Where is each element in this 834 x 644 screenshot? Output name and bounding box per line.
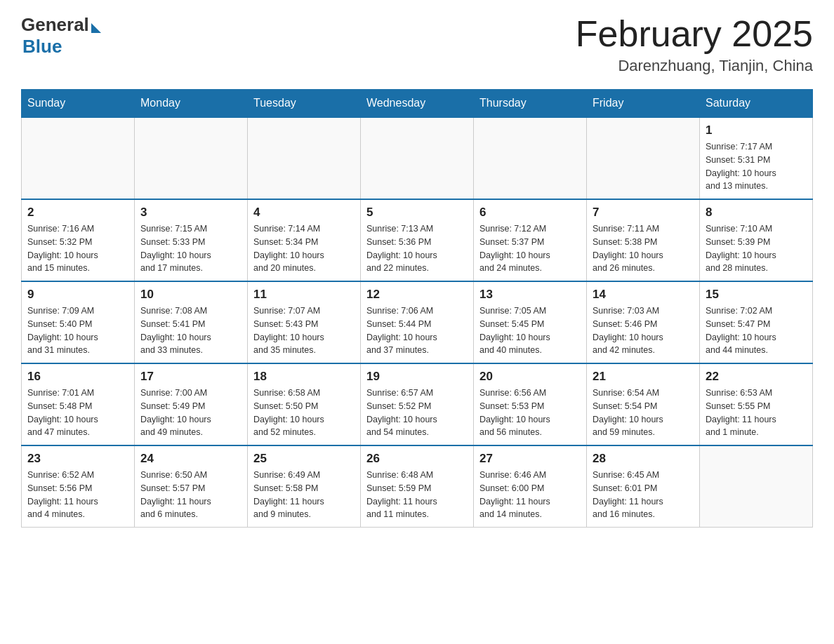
day-number: 24 <box>140 452 241 466</box>
week-row-0: 1Sunrise: 7:17 AM Sunset: 5:31 PM Daylig… <box>22 117 813 199</box>
day-info: Sunrise: 6:49 AM Sunset: 5:58 PM Dayligh… <box>253 469 355 521</box>
calendar-cell: 11Sunrise: 7:07 AM Sunset: 5:43 PM Dayli… <box>248 281 361 363</box>
logo-blue-text: Blue <box>22 36 62 58</box>
week-row-1: 2Sunrise: 7:16 AM Sunset: 5:32 PM Daylig… <box>22 199 813 281</box>
calendar-header-sunday: Sunday <box>22 90 135 118</box>
calendar-cell: 5Sunrise: 7:13 AM Sunset: 5:36 PM Daylig… <box>361 199 474 281</box>
day-number: 8 <box>706 206 807 220</box>
day-info: Sunrise: 6:46 AM Sunset: 6:00 PM Dayligh… <box>479 469 581 521</box>
day-info: Sunrise: 7:11 AM Sunset: 5:38 PM Dayligh… <box>593 222 694 275</box>
calendar-cell <box>22 117 135 199</box>
day-info: Sunrise: 7:17 AM Sunset: 5:31 PM Dayligh… <box>706 140 807 193</box>
calendar-cell: 26Sunrise: 6:48 AM Sunset: 5:59 PM Dayli… <box>361 445 474 528</box>
logo: General Blue <box>21 14 101 58</box>
page-header: General Blue February 2025 Darenzhuang, … <box>21 14 813 75</box>
calendar-cell: 4Sunrise: 7:14 AM Sunset: 5:34 PM Daylig… <box>248 199 361 281</box>
day-info: Sunrise: 7:10 AM Sunset: 5:39 PM Dayligh… <box>706 222 807 275</box>
day-info: Sunrise: 7:15 AM Sunset: 5:33 PM Dayligh… <box>140 222 241 275</box>
day-number: 13 <box>479 288 581 302</box>
day-number: 12 <box>366 288 468 302</box>
logo-general-text: General <box>21 14 89 36</box>
calendar-cell: 9Sunrise: 7:09 AM Sunset: 5:40 PM Daylig… <box>22 281 135 363</box>
calendar-cell <box>135 117 248 199</box>
calendar-cell: 1Sunrise: 7:17 AM Sunset: 5:31 PM Daylig… <box>700 117 813 199</box>
day-number: 18 <box>253 370 355 384</box>
day-info: Sunrise: 7:13 AM Sunset: 5:36 PM Dayligh… <box>366 222 468 275</box>
calendar-cell: 21Sunrise: 6:54 AM Sunset: 5:54 PM Dayli… <box>587 363 700 445</box>
day-info: Sunrise: 7:02 AM Sunset: 5:47 PM Dayligh… <box>706 304 807 357</box>
day-info: Sunrise: 6:48 AM Sunset: 5:59 PM Dayligh… <box>366 469 468 521</box>
day-info: Sunrise: 6:52 AM Sunset: 5:56 PM Dayligh… <box>27 469 128 521</box>
calendar-cell: 25Sunrise: 6:49 AM Sunset: 5:58 PM Dayli… <box>248 445 361 528</box>
calendar-cell: 12Sunrise: 7:06 AM Sunset: 5:44 PM Dayli… <box>361 281 474 363</box>
day-number: 20 <box>479 370 581 384</box>
day-info: Sunrise: 7:14 AM Sunset: 5:34 PM Dayligh… <box>253 222 355 275</box>
calendar-cell <box>248 117 361 199</box>
calendar-cell: 10Sunrise: 7:08 AM Sunset: 5:41 PM Dayli… <box>135 281 248 363</box>
day-number: 11 <box>253 288 355 302</box>
calendar-cell: 27Sunrise: 6:46 AM Sunset: 6:00 PM Dayli… <box>474 445 587 528</box>
day-number: 27 <box>479 452 581 466</box>
calendar-cell: 20Sunrise: 6:56 AM Sunset: 5:53 PM Dayli… <box>474 363 587 445</box>
day-info: Sunrise: 6:53 AM Sunset: 5:55 PM Dayligh… <box>706 387 807 439</box>
week-row-3: 16Sunrise: 7:01 AM Sunset: 5:48 PM Dayli… <box>22 363 813 445</box>
calendar-cell: 3Sunrise: 7:15 AM Sunset: 5:33 PM Daylig… <box>135 199 248 281</box>
day-number: 10 <box>140 288 241 302</box>
calendar-cell: 28Sunrise: 6:45 AM Sunset: 6:01 PM Dayli… <box>587 445 700 528</box>
day-number: 26 <box>366 452 468 466</box>
calendar-cell: 18Sunrise: 6:58 AM Sunset: 5:50 PM Dayli… <box>248 363 361 445</box>
calendar-cell: 14Sunrise: 7:03 AM Sunset: 5:46 PM Dayli… <box>587 281 700 363</box>
calendar-cell: 24Sunrise: 6:50 AM Sunset: 5:57 PM Dayli… <box>135 445 248 528</box>
calendar-cell: 7Sunrise: 7:11 AM Sunset: 5:38 PM Daylig… <box>587 199 700 281</box>
calendar-table: SundayMondayTuesdayWednesdayThursdayFrid… <box>21 89 813 528</box>
day-info: Sunrise: 6:50 AM Sunset: 5:57 PM Dayligh… <box>140 469 241 521</box>
day-number: 16 <box>27 370 128 384</box>
day-number: 14 <box>593 288 694 302</box>
calendar-cell: 16Sunrise: 7:01 AM Sunset: 5:48 PM Dayli… <box>22 363 135 445</box>
calendar-cell: 22Sunrise: 6:53 AM Sunset: 5:55 PM Dayli… <box>700 363 813 445</box>
day-info: Sunrise: 7:03 AM Sunset: 5:46 PM Dayligh… <box>593 304 694 357</box>
day-number: 2 <box>27 206 128 220</box>
day-number: 19 <box>366 370 468 384</box>
day-info: Sunrise: 6:56 AM Sunset: 5:53 PM Dayligh… <box>479 387 581 439</box>
calendar-cell <box>474 117 587 199</box>
calendar-cell: 23Sunrise: 6:52 AM Sunset: 5:56 PM Dayli… <box>22 445 135 528</box>
month-title: February 2025 <box>576 14 813 54</box>
day-info: Sunrise: 6:58 AM Sunset: 5:50 PM Dayligh… <box>253 387 355 439</box>
day-info: Sunrise: 7:01 AM Sunset: 5:48 PM Dayligh… <box>27 387 128 439</box>
day-info: Sunrise: 6:57 AM Sunset: 5:52 PM Dayligh… <box>366 387 468 439</box>
calendar-cell: 6Sunrise: 7:12 AM Sunset: 5:37 PM Daylig… <box>474 199 587 281</box>
title-section: February 2025 Darenzhuang, Tianjin, Chin… <box>576 14 813 75</box>
calendar-header-monday: Monday <box>135 90 248 118</box>
day-number: 28 <box>593 452 694 466</box>
week-row-4: 23Sunrise: 6:52 AM Sunset: 5:56 PM Dayli… <box>22 445 813 528</box>
calendar-header-thursday: Thursday <box>474 90 587 118</box>
calendar-cell: 13Sunrise: 7:05 AM Sunset: 5:45 PM Dayli… <box>474 281 587 363</box>
day-info: Sunrise: 7:12 AM Sunset: 5:37 PM Dayligh… <box>479 222 581 275</box>
day-info: Sunrise: 7:00 AM Sunset: 5:49 PM Dayligh… <box>140 387 241 439</box>
logo-arrow-icon <box>91 23 101 33</box>
day-number: 5 <box>366 206 468 220</box>
day-number: 1 <box>706 123 807 137</box>
day-number: 21 <box>593 370 694 384</box>
day-number: 9 <box>27 288 128 302</box>
day-info: Sunrise: 6:45 AM Sunset: 6:01 PM Dayligh… <box>593 469 694 521</box>
day-number: 25 <box>253 452 355 466</box>
day-number: 4 <box>253 206 355 220</box>
day-info: Sunrise: 7:07 AM Sunset: 5:43 PM Dayligh… <box>253 304 355 357</box>
calendar-cell: 17Sunrise: 7:00 AM Sunset: 5:49 PM Dayli… <box>135 363 248 445</box>
day-number: 7 <box>593 206 694 220</box>
calendar-cell: 19Sunrise: 6:57 AM Sunset: 5:52 PM Dayli… <box>361 363 474 445</box>
calendar-cell <box>587 117 700 199</box>
calendar-cell <box>361 117 474 199</box>
calendar-cell: 2Sunrise: 7:16 AM Sunset: 5:32 PM Daylig… <box>22 199 135 281</box>
day-info: Sunrise: 7:05 AM Sunset: 5:45 PM Dayligh… <box>479 304 581 357</box>
calendar-cell <box>700 445 813 528</box>
day-number: 17 <box>140 370 241 384</box>
day-number: 3 <box>140 206 241 220</box>
day-number: 22 <box>706 370 807 384</box>
day-info: Sunrise: 7:06 AM Sunset: 5:44 PM Dayligh… <box>366 304 468 357</box>
day-number: 6 <box>479 206 581 220</box>
calendar-header-tuesday: Tuesday <box>248 90 361 118</box>
day-info: Sunrise: 6:54 AM Sunset: 5:54 PM Dayligh… <box>593 387 694 439</box>
